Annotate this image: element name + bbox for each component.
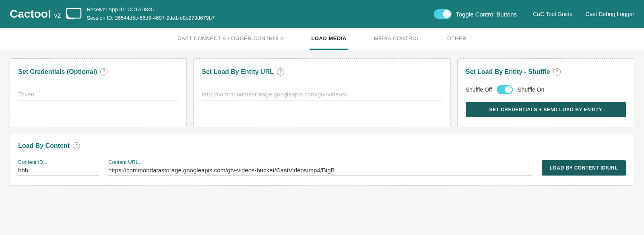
credentials-card: Set Credentials (Optional) ? <box>10 58 187 127</box>
tab-media-control[interactable]: MEDIA CONTROL <box>372 28 421 50</box>
tab-load-media[interactable]: LOAD MEDIA <box>310 28 348 50</box>
main-content: Set Credentials (Optional) ? Set Load By… <box>0 50 644 194</box>
load-by-content-help-icon[interactable]: ? <box>73 142 80 149</box>
shuffle-off-label: Shuffle Off <box>466 86 492 93</box>
entity-url-input[interactable] <box>202 88 442 100</box>
set-credentials-send-load-by-entity-button[interactable]: SET CREDENTIALS + SEND LOAD BY ENTITY <box>466 102 626 117</box>
cast-icon <box>66 5 82 23</box>
header-links: CaC Tool Guide Cast Debug Logger <box>533 11 634 17</box>
shuffle-help-icon[interactable]: ? <box>553 68 561 76</box>
svg-rect-0 <box>66 8 81 18</box>
nav-tabs: CAST CONNECT & LOGGER CONTROLS LOAD MEDI… <box>0 28 644 50</box>
logo-area: Cactool v2 Receiver App ID: CC1AD845 Ses… <box>10 5 223 23</box>
tab-cast-connect[interactable]: CAST CONNECT & LOGGER CONTROLS <box>176 28 285 50</box>
content-url-label: Content URL... <box>108 159 532 165</box>
load-by-content-title: Load By Content ? <box>18 142 626 149</box>
top-cards-row: Set Credentials (Optional) ? Set Load By… <box>10 58 634 127</box>
shuffle-card: Set Load By Entity - Shuffle ? Shuffle O… <box>457 58 634 127</box>
shuffle-toggle-row: Shuffle Off Shuffle On <box>466 85 626 94</box>
shuffle-toggle[interactable] <box>497 85 513 94</box>
toggle-control-buttons[interactable] <box>434 9 452 19</box>
logo-version: v2 <box>54 12 61 19</box>
content-url-value[interactable]: https://commondatastorage.googleapis.com… <box>108 167 532 176</box>
content-id-label: Content ID... <box>18 159 99 165</box>
content-input-row: Content ID... bbb Content URL... https:/… <box>18 159 626 176</box>
load-by-content-button[interactable]: LOAD BY CONTENT ID/URL <box>542 160 626 176</box>
header: Cactool v2 Receiver App ID: CC1AD845 Ses… <box>0 0 644 28</box>
load-by-entity-url-help-icon[interactable]: ? <box>277 68 284 76</box>
app-info: Receiver App ID: CC1AD845 Session ID: 26… <box>87 6 215 22</box>
credentials-title: Set Credentials (Optional) ? <box>18 68 178 76</box>
shuffle-title: Set Load By Entity - Shuffle ? <box>466 68 626 76</box>
tab-other[interactable]: OTHER <box>446 28 468 50</box>
toggle-control-area: Toggle Control Buttons <box>434 9 517 19</box>
cac-tool-guide-link[interactable]: CaC Tool Guide <box>533 11 573 17</box>
receiver-app-id: Receiver App ID: CC1AD845 <box>87 6 215 14</box>
token-input[interactable] <box>18 88 178 100</box>
cast-debug-logger-link[interactable]: Cast Debug Logger <box>586 11 634 17</box>
content-id-field: Content ID... bbb <box>18 159 99 176</box>
load-by-entity-url-card: Set Load By Entity URL ? <box>193 58 450 127</box>
load-by-entity-url-title: Set Load By Entity URL ? <box>202 68 442 76</box>
logo-text: Cactool v2 <box>10 8 61 20</box>
shuffle-on-label: Shuffle On <box>518 86 544 93</box>
toggle-label: Toggle Control Buttons <box>456 11 517 18</box>
load-by-content-card: Load By Content ? Content ID... bbb Cont… <box>10 134 634 186</box>
content-url-field: Content URL... https://commondatastorage… <box>108 159 532 176</box>
credentials-help-icon[interactable]: ? <box>100 68 107 76</box>
session-id: Session ID: 26544d5c-66d9-4607-9de1-d8b9… <box>87 14 215 22</box>
content-id-value[interactable]: bbb <box>18 167 99 176</box>
